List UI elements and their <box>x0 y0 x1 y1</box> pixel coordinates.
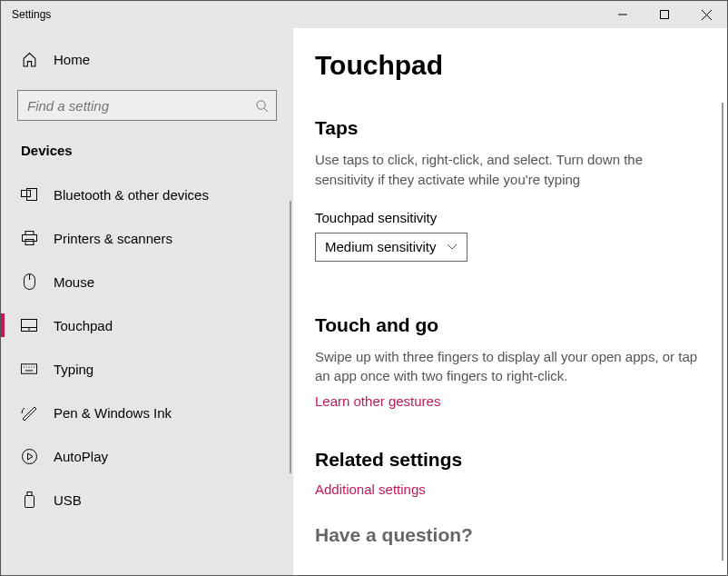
nav-list: Bluetooth & other devices Printers & sca… <box>1 173 293 521</box>
sidebar-item-label: Mouse <box>54 274 94 290</box>
sidebar-item-label: Pen & Windows Ink <box>54 405 172 421</box>
close-button[interactable] <box>685 1 727 28</box>
sensitivity-value: Medium sensitivity <box>325 239 437 254</box>
sidebar: Home Devices Bluetooth & other devices <box>1 28 293 575</box>
chevron-down-icon <box>447 243 457 251</box>
sidebar-item-label: Typing <box>54 362 93 377</box>
maximize-icon <box>660 10 669 19</box>
svg-rect-12 <box>25 496 34 508</box>
learn-gestures-link[interactable]: Learn other gestures <box>315 393 440 409</box>
search-box[interactable] <box>17 90 277 121</box>
sidebar-item-typing[interactable]: Typing <box>1 347 293 391</box>
sidebar-item-pen[interactable]: Pen & Windows Ink <box>1 391 293 434</box>
category-heading: Devices <box>1 137 293 173</box>
home-icon <box>21 51 37 67</box>
pen-icon <box>21 404 37 421</box>
sidebar-item-touchpad[interactable]: Touchpad <box>1 303 293 347</box>
mouse-icon <box>21 273 37 290</box>
touch-and-go-section: Touch and go Swipe up with three fingers… <box>315 314 718 410</box>
window-body: Home Devices Bluetooth & other devices <box>1 28 727 575</box>
touch-and-go-heading: Touch and go <box>315 314 718 336</box>
sidebar-item-label: USB <box>54 492 82 508</box>
maximize-button[interactable] <box>644 1 685 28</box>
printer-icon <box>21 230 37 246</box>
svg-rect-0 <box>661 11 669 19</box>
window-title: Settings <box>1 8 51 21</box>
titlebar: Settings <box>1 1 727 28</box>
sidebar-item-bluetooth[interactable]: Bluetooth & other devices <box>1 173 293 216</box>
sidebar-item-label: AutoPlay <box>54 449 108 464</box>
svg-rect-4 <box>25 232 34 235</box>
related-settings-section: Related settings Additional settings <box>315 449 718 497</box>
sidebar-item-printers[interactable]: Printers & scanners <box>1 216 293 260</box>
related-heading: Related settings <box>315 449 718 471</box>
content-scrollbar[interactable] <box>722 103 723 561</box>
keyboard-icon <box>21 361 37 377</box>
taps-section: Taps Use taps to click, right-click, and… <box>315 117 718 262</box>
minimize-button[interactable] <box>602 1 644 28</box>
settings-window: Settings Home <box>1 1 727 575</box>
home-nav[interactable]: Home <box>1 39 293 79</box>
sidebar-item-label: Touchpad <box>54 318 113 333</box>
minimize-icon <box>618 10 627 19</box>
question-heading: Have a question? <box>315 524 718 546</box>
sidebar-item-autoplay[interactable]: AutoPlay <box>1 434 293 478</box>
svg-rect-6 <box>25 240 34 245</box>
sidebar-item-usb[interactable]: USB <box>1 478 293 521</box>
taps-heading: Taps <box>315 117 718 139</box>
sidebar-item-mouse[interactable]: Mouse <box>1 260 293 303</box>
svg-rect-5 <box>22 235 36 242</box>
bluetooth-devices-icon <box>21 186 37 203</box>
touchpad-icon <box>21 317 37 333</box>
sidebar-item-label: Bluetooth & other devices <box>54 187 209 203</box>
svg-point-1 <box>257 100 265 108</box>
taps-description: Use taps to click, right-click, and sele… <box>315 150 705 190</box>
sidebar-item-label: Printers & scanners <box>54 231 172 246</box>
sensitivity-dropdown[interactable]: Medium sensitivity <box>315 233 467 262</box>
usb-icon <box>21 492 37 508</box>
page-title: Touchpad <box>315 50 718 81</box>
sensitivity-label: Touchpad sensitivity <box>315 210 718 225</box>
content-pane: Touchpad Taps Use taps to click, right-c… <box>293 28 727 575</box>
autoplay-icon <box>21 448 37 464</box>
svg-rect-2 <box>22 191 31 197</box>
close-icon <box>702 10 712 20</box>
svg-point-10 <box>22 449 36 463</box>
sidebar-scrollbar[interactable] <box>290 201 291 473</box>
svg-rect-9 <box>21 364 36 373</box>
home-label: Home <box>54 52 90 67</box>
additional-settings-link[interactable]: Additional settings <box>315 482 426 497</box>
touch-and-go-description: Swipe up with three fingers to display a… <box>315 347 705 387</box>
svg-rect-11 <box>27 492 32 496</box>
search-icon <box>255 99 269 113</box>
search-input[interactable] <box>27 98 255 114</box>
